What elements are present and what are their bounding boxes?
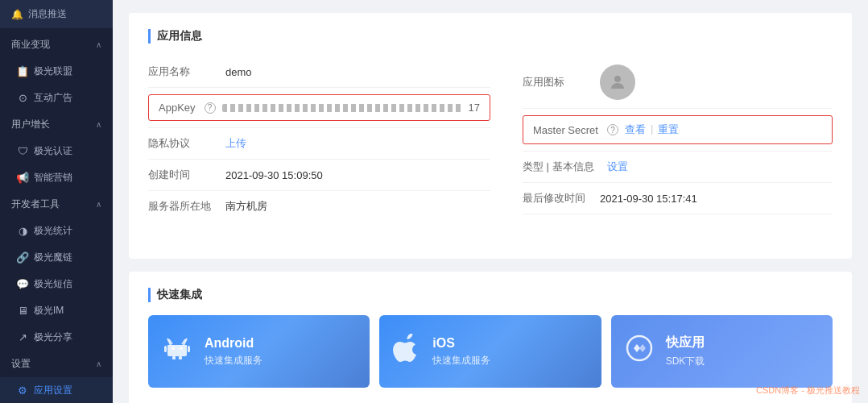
svg-point-6	[180, 347, 183, 350]
sidebar-item-label: 智能营销	[34, 171, 72, 185]
chevron-icon: ∧	[96, 359, 101, 368]
section-label: 设置	[11, 357, 31, 371]
quick-cards-grid: Android 快速集成服务 iOS 快速集成服务	[148, 315, 833, 388]
circle-icon: ⊙	[16, 92, 29, 104]
share-icon: ↗	[16, 331, 29, 343]
app-name-row: 应用名称 demo	[148, 56, 490, 88]
app-info-card: 应用信息 应用名称 demo AppKey ? 17	[129, 13, 852, 259]
info-left-col: 应用名称 demo AppKey ? 17 隐私协议 上传	[148, 56, 490, 243]
sidebar-section-user-growth[interactable]: 用户增长 ∧	[0, 111, 113, 138]
ios-card[interactable]: iOS 快速集成服务	[379, 315, 601, 388]
sidebar-section-devtools[interactable]: 开发者工具 ∧	[0, 191, 113, 218]
sidebar-item-analytics[interactable]: ◑ 极光统计	[0, 218, 113, 244]
settings-icon: ⚙	[16, 384, 29, 397]
quick-app-card[interactable]: 快应用 SDK下载	[611, 315, 833, 388]
ms-divider: |	[651, 123, 653, 137]
shield-icon: 🛡	[16, 145, 29, 157]
server-label: 服务器所在地	[148, 199, 213, 214]
master-secret-reset-link[interactable]: 重置	[658, 123, 679, 137]
appkey-masked-value	[222, 104, 462, 112]
apple-icon	[392, 334, 421, 369]
quick-integration-card: 快速集成	[129, 272, 852, 403]
app-name-label: 应用名称	[148, 64, 213, 79]
master-secret-label: Master Secret	[533, 124, 598, 136]
app-icon	[600, 64, 635, 100]
type-settings-link[interactable]: 设置	[607, 160, 628, 172]
app-info-title: 应用信息	[148, 29, 833, 44]
ios-card-subtitle: 快速集成服务	[432, 354, 490, 368]
sidebar-item-label: 极光统计	[34, 224, 72, 238]
sidebar-item-label: 应用设置	[34, 384, 72, 397]
android-card-title: Android	[205, 336, 262, 351]
im-icon: 🖥	[16, 305, 29, 317]
master-secret-view-link[interactable]: 查看	[625, 123, 646, 137]
watermark: CSDN博客 - 极光推送教程	[756, 384, 860, 397]
sidebar-item-message-push[interactable]: 🔔 消息推送	[0, 0, 113, 28]
sidebar-item-aurora-alliance[interactable]: 📋 极光联盟	[0, 58, 113, 85]
svg-rect-2	[179, 356, 182, 359]
appkey-label: AppKey	[159, 102, 196, 114]
sidebar-item-smart-marketing[interactable]: 📢 智能营销	[0, 164, 113, 191]
chevron-icon: ∧	[96, 40, 101, 49]
chart-icon: ◑	[16, 225, 29, 237]
master-secret-box: Master Secret ? 查看 | 重置	[523, 115, 833, 144]
sidebar-item-magic-link[interactable]: 🔗 极光魔链	[0, 244, 113, 271]
app-icon-row: 应用图标	[523, 56, 833, 109]
info-grid: 应用名称 demo AppKey ? 17 隐私协议 上传	[148, 56, 833, 243]
quick-integration-title: 快速集成	[148, 288, 833, 302]
server-row: 服务器所在地 南方机房	[148, 191, 490, 222]
type-label: 类型 | 基本信息	[523, 160, 594, 174]
section-label: 开发者工具	[11, 197, 60, 211]
sms-icon: 💬	[16, 278, 29, 290]
privacy-label: 隐私协议	[148, 136, 213, 151]
android-card[interactable]: Android 快速集成服务	[148, 315, 370, 388]
quick-app-card-title: 快应用	[666, 334, 705, 351]
last-modified-label: 最后修改时间	[523, 191, 587, 206]
sidebar-section-settings[interactable]: 设置 ∧	[0, 351, 113, 377]
ios-card-title: iOS	[432, 336, 490, 351]
sidebar-item-auth[interactable]: 🛡 极光认证	[0, 138, 113, 164]
sidebar-item-share[interactable]: ↗ 极光分享	[0, 324, 113, 351]
svg-point-5	[172, 347, 175, 350]
svg-rect-3	[164, 346, 167, 352]
appkey-row: AppKey ? 17	[148, 88, 490, 128]
type-row: 类型 | 基本信息 设置	[523, 152, 833, 183]
sidebar-item-label: 消息推送	[28, 7, 67, 21]
sidebar-item-interactive-ads[interactable]: ⊙ 互动广告	[0, 85, 113, 111]
ios-card-text: iOS 快速集成服务	[432, 336, 490, 368]
master-secret-row: Master Secret ? 查看 | 重置	[523, 109, 833, 152]
sidebar-item-label: 极光认证	[34, 144, 72, 158]
svg-point-0	[614, 76, 621, 82]
sidebar-item-im[interactable]: 🖥 极光IM	[0, 297, 113, 324]
svg-rect-4	[188, 346, 190, 352]
chevron-icon: ∧	[96, 200, 101, 209]
chevron-icon: ∧	[96, 120, 101, 129]
privacy-upload-link[interactable]: 上传	[225, 137, 246, 149]
sidebar-item-label: 极光短信	[34, 277, 72, 291]
last-modified-row: 最后修改时间 2021-09-30 15:17:41	[523, 183, 833, 214]
create-time-label: 创建时间	[148, 168, 213, 182]
master-secret-help-icon[interactable]: ?	[607, 124, 618, 135]
android-card-subtitle: 快速集成服务	[205, 354, 262, 368]
list-icon: 📋	[16, 65, 29, 77]
quick-app-card-text: 快应用 SDK下载	[666, 334, 705, 368]
android-icon	[161, 332, 193, 371]
section-label: 商业变现	[11, 38, 50, 52]
link-icon: 🔗	[16, 251, 29, 264]
create-time-row: 创建时间 2021-09-30 15:09:50	[148, 160, 490, 191]
sidebar: 🔔 消息推送 商业变现 ∧ 📋 极光联盟 ⊙ 互动广告 用户增长 ∧ 🛡 极光认…	[0, 0, 113, 403]
info-right-col: 应用图标 Master Secret ? 查看	[490, 56, 833, 243]
sidebar-item-label: 极光分享	[34, 330, 72, 344]
appkey-num: 17	[469, 102, 480, 114]
sidebar-item-sms[interactable]: 💬 极光短信	[0, 271, 113, 297]
server-value: 南方机房	[225, 199, 267, 214]
sidebar-item-app-settings[interactable]: ⚙ 应用设置	[0, 377, 113, 403]
app-icon-label: 应用图标	[523, 75, 587, 89]
appkey-help-icon[interactable]: ?	[205, 102, 216, 114]
sidebar-section-bizdev[interactable]: 商业变现 ∧	[0, 31, 113, 58]
quick-app-icon	[624, 333, 655, 370]
bell-icon: 🔔	[11, 9, 23, 20]
quick-app-card-subtitle: SDK下载	[666, 355, 705, 368]
sidebar-item-label: 极光IM	[34, 304, 64, 318]
ms-actions: 查看 | 重置	[625, 123, 679, 137]
